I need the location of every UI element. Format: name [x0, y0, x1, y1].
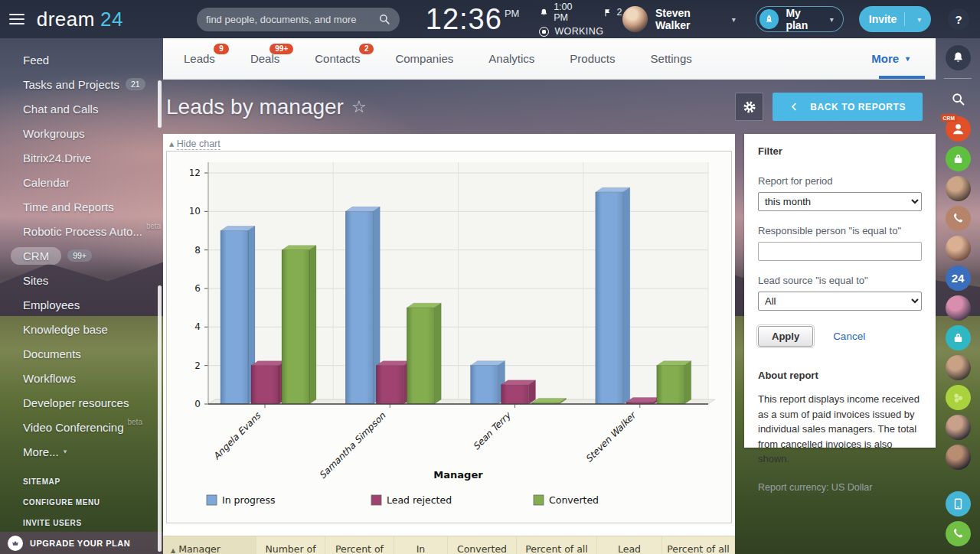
sidebar-footer-links: SITEMAPCONFIGURE MENUINVITE USERS	[0, 471, 163, 533]
avatar-user-3[interactable]	[946, 295, 971, 321]
period-label: Report for period	[758, 175, 922, 187]
nav-tab-deals[interactable]: Deals99+	[250, 38, 279, 79]
chevron-down-icon: ▾	[903, 54, 910, 63]
search-icon[interactable]	[946, 86, 971, 112]
table-column-converted[interactable]: Converted	[448, 536, 517, 554]
call-icon[interactable]	[946, 521, 971, 546]
sidebar-footer-invite-users[interactable]: INVITE USERS	[0, 513, 163, 533]
apply-button[interactable]: Apply	[758, 326, 813, 347]
sidebar-item-tasks-and-projects[interactable]: Tasks and Projects21	[0, 72, 163, 96]
sidebar-item-more[interactable]: More...▾	[0, 439, 163, 464]
lock-teal-icon[interactable]	[946, 325, 971, 350]
sidebar-item-label: Feed	[23, 54, 49, 67]
crown-icon	[8, 536, 23, 551]
sidebar-badge: 21	[126, 78, 145, 90]
crm-nav-bar: Leads9Deals99+Contacts2CompaniesAnalytic…	[163, 38, 936, 80]
sidebar-footer-sitemap[interactable]: SITEMAP	[0, 471, 163, 492]
work-clock[interactable]: 12:36 PM	[426, 5, 520, 34]
help-button[interactable]: ?	[948, 8, 969, 30]
sidebar-item-knowledge-base[interactable]: Knowledge base	[0, 317, 163, 341]
nav-tab-contacts[interactable]: Contacts2	[315, 38, 360, 79]
svg-text:0: 0	[194, 399, 201, 409]
my-plan-button[interactable]: My plan ▾	[756, 6, 844, 32]
back-to-reports-button[interactable]: BACK TO REPORTS	[773, 93, 923, 121]
sidebar-item-video-conferencing[interactable]: Video Conferencingbeta	[0, 415, 163, 439]
sidebar-item-robotic-process-auto[interactable]: Robotic Process Auto...beta	[0, 219, 163, 243]
sidebar-item-documents[interactable]: Documents	[0, 341, 163, 366]
sidebar-item-employees[interactable]: Employees	[0, 292, 163, 317]
lock-green-icon[interactable]	[946, 146, 971, 171]
sidebar-footer-configure-menu[interactable]: CONFIGURE MENU	[0, 492, 163, 513]
sidebar-item-workgroups[interactable]: Workgroups	[0, 121, 163, 145]
avatar-user-6[interactable]	[946, 445, 971, 470]
user-menu[interactable]: Steven Walker ▾	[622, 6, 736, 32]
svg-text:Lead rejected: Lead rejected	[387, 494, 452, 506]
sidebar-item-calendar[interactable]: Calendar	[0, 170, 163, 194]
svg-text:8: 8	[194, 245, 201, 256]
cucumber-icon[interactable]	[946, 385, 971, 410]
hide-chart-link[interactable]: ▴ Hide chart	[169, 138, 220, 149]
table-column-percent-of[interactable]: Percent of	[325, 536, 394, 554]
filter-panel: Filter Report for period this month Resp…	[744, 134, 936, 448]
app-logo[interactable]: dream24	[37, 8, 123, 31]
invite-button[interactable]: Invite ▾	[859, 6, 932, 32]
nav-tab-companies[interactable]: Companies	[395, 38, 453, 79]
bitrix24-icon[interactable]: 24	[946, 266, 971, 291]
crm-contact-icon[interactable]: CRM	[946, 116, 971, 142]
mobile-app-icon[interactable]	[946, 491, 971, 517]
search-input[interactable]	[206, 14, 378, 25]
search-icon[interactable]	[378, 13, 390, 25]
bitrix24-crm-page: dream24 12:36 PM 1:00 PM 2 WORKING	[0, 0, 980, 554]
nav-tab-products[interactable]: Products	[570, 38, 615, 79]
table-column-percent-of-all[interactable]: Percent of all	[517, 536, 597, 554]
nav-tab-leads[interactable]: Leads9	[184, 38, 215, 79]
report-settings-button[interactable]	[735, 93, 763, 121]
cancel-link[interactable]: Cancel	[833, 331, 865, 342]
user-avatar[interactable]	[622, 6, 648, 32]
table-column-number-of[interactable]: Number of	[256, 536, 325, 554]
sidebar-item-sites[interactable]: Sites	[0, 268, 163, 292]
right-icon-strip: CRM24	[936, 38, 980, 554]
avatar-user-1[interactable]	[946, 176, 971, 201]
table-column-manager[interactable]: ▲Manager	[163, 536, 256, 554]
rocket-icon	[760, 9, 779, 29]
sidebar-item-crm[interactable]: CRM99+	[0, 243, 163, 268]
favorite-star-icon[interactable]: ☆	[351, 97, 367, 116]
nav-tab-label: Leads	[184, 52, 215, 65]
svg-text:6: 6	[194, 283, 201, 294]
sidebar-item-workflows[interactable]: Workflows	[0, 366, 163, 390]
notifications-bell-icon[interactable]	[946, 45, 971, 70]
avatar-user-2[interactable]	[946, 236, 971, 261]
period-select[interactable]: this month	[758, 192, 922, 211]
svg-text:12: 12	[189, 168, 201, 178]
svg-text:Manager: Manager	[433, 469, 483, 481]
table-column-in[interactable]: In	[394, 536, 448, 554]
work-status-block[interactable]: 1:00 PM 2 WORKING	[539, 2, 622, 37]
sidebar-item-feed[interactable]: Feed	[0, 47, 163, 72]
menu-hamburger-icon[interactable]	[9, 14, 24, 24]
nav-tab-analytics[interactable]: Analytics	[488, 38, 534, 79]
sidebar-scrollbar[interactable]	[158, 80, 162, 128]
bar-chart-svg: 024681012Angela EvansSamantha SimpsonSea…	[167, 152, 731, 523]
table-column-lead[interactable]: Lead	[597, 536, 662, 554]
avatar-user-4[interactable]	[946, 355, 971, 380]
upgrade-plan-button[interactable]: UPGRADE YOUR PLAN	[0, 532, 163, 554]
sidebar-item-time-and-reports[interactable]: Time and Reports	[0, 194, 163, 219]
report-currency-note: Report currency: US Dollar	[758, 482, 922, 493]
sidebar-item-chat-and-calls[interactable]: Chat and Calls	[0, 96, 163, 121]
nav-more[interactable]: More ▾	[871, 52, 910, 65]
logo-24: 24	[100, 8, 123, 31]
nav-tab-settings[interactable]: Settings	[651, 38, 692, 79]
sidebar-item-bitrix24-drive[interactable]: Bitrix24.Drive	[0, 145, 163, 170]
beta-label: beta	[127, 418, 142, 426]
table-column-percent-of-all[interactable]: Percent of all	[662, 536, 735, 554]
page-scrollbar[interactable]	[158, 285, 162, 552]
sidebar-item-label: Employees	[23, 298, 80, 311]
phone-tan-icon[interactable]	[946, 206, 971, 231]
top-bar: dream24 12:36 PM 1:00 PM 2 WORKING	[0, 0, 980, 38]
responsible-input[interactable]	[758, 242, 922, 261]
sidebar-item-developer-resources[interactable]: Developer resources	[0, 390, 163, 415]
lead-source-select[interactable]: All	[758, 292, 922, 311]
avatar-user-5[interactable]	[946, 415, 971, 440]
global-search[interactable]	[197, 8, 400, 31]
